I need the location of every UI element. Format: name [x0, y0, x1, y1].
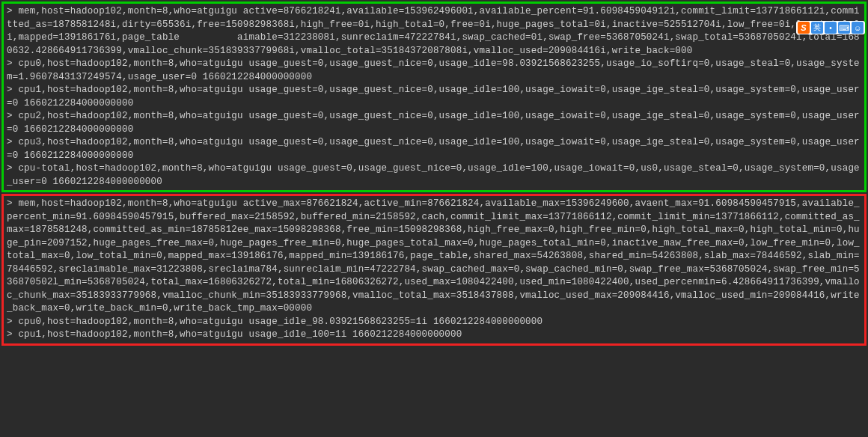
ime-punctuation-button[interactable]: • [825, 22, 837, 34]
ime-toolbar[interactable]: S 英 • ⌨ ☺ [796, 21, 865, 34]
output-line: > cpu1,host=hadoop102,month=8,who=atguig… [7, 328, 861, 342]
output-line: > cpu-total,host=hadoop102,month=8,who=a… [7, 162, 861, 189]
red-highlighted-section: > mem,host=hadoop102,month=8,who=atguigu… [1, 194, 867, 346]
ime-language-button[interactable]: 英 [811, 22, 823, 34]
ime-keyboard-button[interactable]: ⌨ [838, 22, 850, 34]
output-line: > cpu0,host=hadoop102,month=8,who=atguig… [7, 58, 861, 84]
output-line: > cpu3,host=hadoop102,month=8,who=atguig… [7, 136, 861, 162]
green-highlighted-section: > mem,host=hadoop102,month=8,who=atguigu… [1, 1, 867, 192]
terminal-output: > mem,host=hadoop102,month=8,who=atguigu… [0, 0, 868, 437]
ime-emoji-button[interactable]: ☺ [852, 22, 864, 34]
output-line: > cpu0,host=hadoop102,month=8,who=atguig… [7, 316, 861, 329]
output-line: > cpu2,host=hadoop102,month=8,who=atguig… [7, 110, 861, 136]
output-line: > mem,host=hadoop102,month=8,who=atguigu… [7, 5, 861, 58]
output-line: > mem,host=hadoop102,month=8,who=atguigu… [7, 198, 861, 316]
output-line: > cpu1,host=hadoop102,month=8,who=atguig… [7, 84, 861, 110]
ime-logo-icon[interactable]: S [798, 22, 810, 34]
